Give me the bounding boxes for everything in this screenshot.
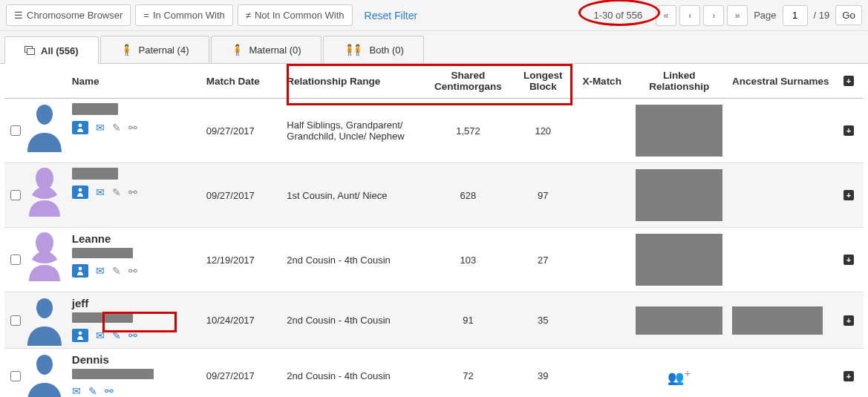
matches-table: Name Match Date Relationship Range Share… [4, 64, 864, 397]
paternal-badge[interactable] [72, 264, 88, 278]
header-relationship-range[interactable]: Relationship Range [284, 64, 429, 99]
chromosome-browser-label: Chromosome Browser [27, 10, 123, 21]
relationship-range: 1st Cousin, Aunt/ Niece [284, 163, 429, 228]
header-x-match[interactable]: X-Match [579, 64, 629, 99]
ancestral-surnames [729, 292, 841, 349]
in-common-label: In Common With [153, 10, 225, 21]
name-block: Leanne ✉ ✎ ⚯ [72, 232, 200, 278]
envelope-icon[interactable]: ✉ [96, 186, 105, 198]
next-page-button[interactable]: › [703, 5, 724, 26]
header-longest-block[interactable]: Longest Block [506, 64, 579, 99]
row-checkbox[interactable] [10, 190, 21, 200]
page-input[interactable] [783, 5, 808, 26]
not-equals-icon: ≠ [246, 10, 251, 21]
header-match-date[interactable]: Match Date [203, 64, 284, 99]
in-common-with-button[interactable]: = In Common With [135, 4, 232, 26]
reset-filter-link[interactable]: Reset Filter [357, 5, 425, 26]
redacted-name [72, 168, 118, 180]
redacted-block [636, 169, 722, 221]
match-name: Leanne [72, 232, 200, 245]
equals-icon: = [143, 10, 149, 21]
avatar[interactable] [22, 99, 68, 152]
not-in-common-with-button[interactable]: ≠ Not In Common With [238, 4, 353, 26]
longest-block: 120 [506, 99, 579, 163]
tree-icon[interactable]: ⚯ [128, 122, 137, 134]
go-button[interactable]: Go [835, 5, 862, 25]
paternal-badge[interactable] [72, 329, 88, 342]
tabs: All (556) 🧍 Paternal (4) 🧍 Maternal (0) … [0, 31, 868, 64]
expand-row-button[interactable]: + [843, 255, 854, 265]
x-match [579, 228, 629, 292]
chromosome-browser-button[interactable]: ☰ Chromosome Browser [6, 4, 131, 26]
envelope-icon[interactable]: ✉ [96, 265, 105, 277]
tab-all[interactable]: All (556) [4, 36, 99, 64]
header-ancestral-surnames[interactable]: Ancestral Surnames [729, 64, 841, 99]
envelope-icon[interactable]: ✉ [96, 329, 105, 341]
redacted-name [72, 103, 118, 115]
row-checkbox[interactable] [10, 125, 21, 136]
match-date: 09/27/2017 [203, 99, 284, 163]
both-icon: 🧍🧍 [343, 44, 364, 56]
tree-icon[interactable]: ⚯ [128, 186, 137, 198]
relationship-range: Half Siblings, Grandparent/ Grandchild, … [284, 99, 429, 163]
match-date: 10/24/2017 [203, 292, 284, 349]
male-silhouette-icon [22, 349, 68, 397]
tree-icon[interactable]: ⚯ [105, 385, 114, 397]
edit-icon[interactable]: ✎ [88, 385, 97, 397]
page-summary: 1-30 of 556 [583, 7, 653, 24]
prev-page-button[interactable]: ‹ [679, 5, 700, 26]
tree-icon[interactable]: ⚯ [128, 329, 137, 341]
redacted-block [636, 105, 722, 157]
paternal-badge[interactable] [72, 186, 88, 199]
edit-icon[interactable]: ✎ [112, 265, 121, 277]
not-in-common-label: Not In Common With [255, 10, 345, 21]
header-shared-cm[interactable]: Shared Centimorgans [430, 64, 506, 99]
row-checkbox[interactable] [10, 315, 21, 326]
match-name: jeff [72, 297, 200, 309]
x-match [579, 163, 629, 228]
svg-point-1 [78, 188, 82, 192]
expand-row-button[interactable]: + [843, 371, 854, 381]
longest-block: 35 [506, 292, 579, 349]
linked-relationship [630, 163, 729, 228]
expand-row-button[interactable]: + [843, 315, 854, 326]
expand-row-button[interactable]: + [843, 125, 854, 136]
edit-icon[interactable]: ✎ [112, 186, 121, 198]
avatar[interactable] [22, 228, 68, 281]
header-name[interactable]: Name [69, 64, 203, 99]
expand-row-button[interactable]: + [843, 190, 854, 200]
linked-relationship [630, 99, 729, 163]
last-page-button[interactable]: » [727, 5, 748, 26]
tab-maternal[interactable]: 🧍 Maternal (0) [211, 36, 322, 63]
tree-icon[interactable]: ⚯ [128, 265, 137, 277]
row-checkbox[interactable] [10, 371, 21, 381]
male-badge-icon [76, 188, 84, 197]
female-icon: 🧍 [231, 44, 244, 56]
tab-both[interactable]: 🧍🧍 Both (0) [323, 36, 424, 63]
table-header-row: Name Match Date Relationship Range Share… [4, 64, 864, 99]
envelope-icon[interactable]: ✉ [72, 385, 81, 397]
header-linked-relationship[interactable]: Linked Relationship [630, 64, 729, 99]
longest-block: 39 [506, 349, 579, 398]
redacted-block [732, 306, 823, 335]
row-checkbox[interactable] [10, 255, 21, 265]
avatar[interactable] [22, 349, 68, 397]
edit-icon[interactable]: ✎ [112, 329, 121, 341]
svg-point-3 [78, 332, 82, 335]
first-page-button[interactable]: « [656, 5, 676, 26]
tab-all-label: All (556) [41, 45, 79, 56]
redacted-block [636, 234, 722, 286]
edit-icon[interactable]: ✎ [112, 122, 121, 134]
male-silhouette-icon [22, 99, 68, 152]
avatar[interactable] [22, 292, 68, 346]
tab-both-label: Both (0) [370, 45, 404, 56]
tab-paternal[interactable]: 🧍 Paternal (4) [100, 36, 209, 63]
tab-paternal-label: Paternal (4) [139, 45, 189, 56]
avatar[interactable] [22, 163, 68, 217]
envelope-icon[interactable]: ✉ [96, 122, 105, 134]
table-row: Dennis ✉ ✎ ⚯ 09/27/2017 2nd Cousin - 4th… [4, 349, 864, 398]
add-link-button[interactable]: 👥+ [668, 370, 691, 385]
x-match [579, 349, 629, 398]
header-expand[interactable]: + [841, 64, 864, 99]
paternal-badge[interactable] [72, 121, 88, 134]
